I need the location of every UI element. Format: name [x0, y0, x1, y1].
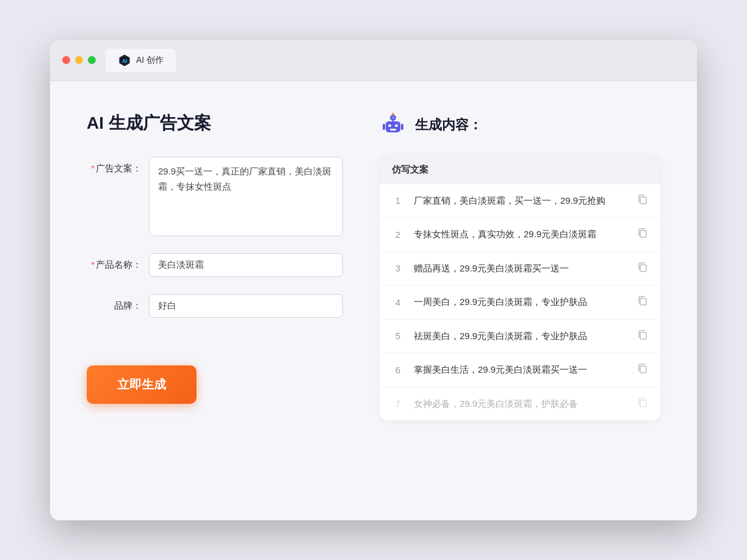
copy-icon[interactable]	[637, 262, 648, 275]
svg-rect-17	[640, 332, 646, 339]
row-number: 3	[392, 263, 404, 273]
svg-rect-19	[640, 400, 646, 407]
table-row: 6掌握美白生活，29.9元美白淡斑霜买一送一	[380, 353, 660, 387]
browser-window: AI AI 创作 AI 生成广告文案 *广告文案： 29.9买一送一，真正的厂家…	[50, 40, 697, 520]
copy-icon[interactable]	[637, 329, 648, 343]
tab-label: AI 创作	[136, 55, 164, 66]
ad-copy-textarea[interactable]: 29.9买一送一，真正的厂家直销，美白淡斑霜，专抹女性斑点	[149, 157, 343, 236]
browser-titlebar: AI AI 创作	[50, 40, 697, 81]
row-text: 赠品再送，29.9元美白淡斑霜买一送一	[414, 262, 627, 276]
svg-rect-5	[388, 124, 391, 127]
copy-icon[interactable]	[637, 397, 648, 411]
minimize-button[interactable]	[75, 56, 83, 64]
brand-input[interactable]: 好白	[149, 294, 343, 318]
result-table: 仿写文案 1厂家直销，美白淡斑霜，买一送一，29.9元抢购 2专抹女性斑点，真实…	[380, 156, 660, 421]
table-header: 仿写文案	[380, 156, 660, 184]
brand-label: 品牌：	[87, 294, 142, 312]
row-text: 女神必备，29.9元美白淡斑霜，护肤必备	[414, 397, 627, 411]
tab-ai-create[interactable]: AI AI 创作	[106, 49, 176, 72]
table-row: 1厂家直销，美白淡斑霜，买一送一，29.9元抢购	[380, 184, 660, 218]
brand-group: 品牌： 好白	[87, 294, 343, 318]
close-button[interactable]	[62, 56, 70, 64]
copy-icon[interactable]	[637, 295, 648, 309]
required-star-product: *	[91, 259, 95, 270]
svg-rect-6	[395, 124, 398, 127]
result-header: 生成内容：	[380, 112, 660, 138]
left-panel: AI 生成广告文案 *广告文案： 29.9买一送一，真正的厂家直销，美白淡斑霜，…	[87, 112, 343, 490]
svg-rect-18	[640, 366, 646, 373]
svg-rect-8	[383, 124, 385, 130]
table-row: 3赠品再送，29.9元美白淡斑霜买一送一	[380, 252, 660, 286]
browser-content: AI 生成广告文案 *广告文案： 29.9买一送一，真正的厂家直销，美白淡斑霜，…	[50, 81, 697, 520]
svg-point-12	[392, 113, 394, 115]
table-row: 5祛斑美白，29.9元美白淡斑霜，专业护肤品	[380, 320, 660, 354]
svg-rect-4	[386, 121, 400, 132]
result-rows-container: 1厂家直销，美白淡斑霜，买一送一，29.9元抢购 2专抹女性斑点，真实功效，29…	[380, 184, 660, 421]
row-number: 7	[392, 398, 404, 409]
svg-rect-7	[390, 129, 396, 131]
svg-rect-15	[640, 265, 646, 271]
svg-rect-9	[401, 124, 403, 130]
row-number: 5	[392, 331, 404, 341]
svg-rect-16	[640, 298, 646, 305]
row-text: 掌握美白生活，29.9元美白淡斑霜买一送一	[414, 363, 627, 377]
result-title: 生成内容：	[415, 116, 482, 134]
row-text: 专抹女性斑点，真实功效，29.9元美白淡斑霜	[414, 228, 627, 242]
product-name-label: *产品名称：	[87, 253, 142, 271]
row-text: 祛斑美白，29.9元美白淡斑霜，专业护肤品	[414, 329, 627, 343]
row-text: 一周美白，29.9元美白淡斑霜，专业护肤品	[414, 295, 627, 309]
row-text: 厂家直销，美白淡斑霜，买一送一，29.9元抢购	[414, 194, 627, 208]
ad-copy-group: *广告文案： 29.9买一送一，真正的厂家直销，美白淡斑霜，专抹女性斑点	[87, 157, 343, 236]
page-title: AI 生成广告文案	[87, 112, 343, 135]
right-panel: 生成内容： 仿写文案 1厂家直销，美白淡斑霜，买一送一，29.9元抢购 2专抹女…	[380, 112, 660, 490]
row-number: 1	[392, 195, 404, 206]
row-number: 2	[392, 229, 404, 240]
product-name-input[interactable]: 美白淡斑霜	[149, 253, 343, 277]
svg-rect-14	[640, 231, 646, 237]
ad-copy-label: *广告文案：	[87, 157, 142, 174]
copy-icon[interactable]	[637, 228, 648, 241]
table-row: 7女神必备，29.9元美白淡斑霜，护肤必备	[380, 387, 660, 421]
ai-hex-icon: AI	[118, 54, 131, 67]
copy-icon[interactable]	[637, 194, 648, 207]
copy-icon[interactable]	[637, 363, 648, 376]
table-row: 2专抹女性斑点，真实功效，29.9元美白淡斑霜	[380, 218, 660, 252]
generate-button[interactable]: 立即生成	[87, 365, 197, 404]
maximize-button[interactable]	[88, 56, 96, 64]
row-number: 6	[392, 365, 404, 375]
traffic-lights	[62, 56, 96, 64]
svg-rect-13	[640, 197, 646, 204]
svg-text:AI: AI	[122, 58, 127, 63]
row-number: 4	[392, 297, 404, 307]
required-star-ad: *	[91, 163, 95, 173]
table-row: 4一周美白，29.9元美白淡斑霜，专业护肤品	[380, 285, 660, 320]
product-name-group: *产品名称： 美白淡斑霜	[87, 253, 343, 277]
robot-icon	[380, 112, 406, 138]
